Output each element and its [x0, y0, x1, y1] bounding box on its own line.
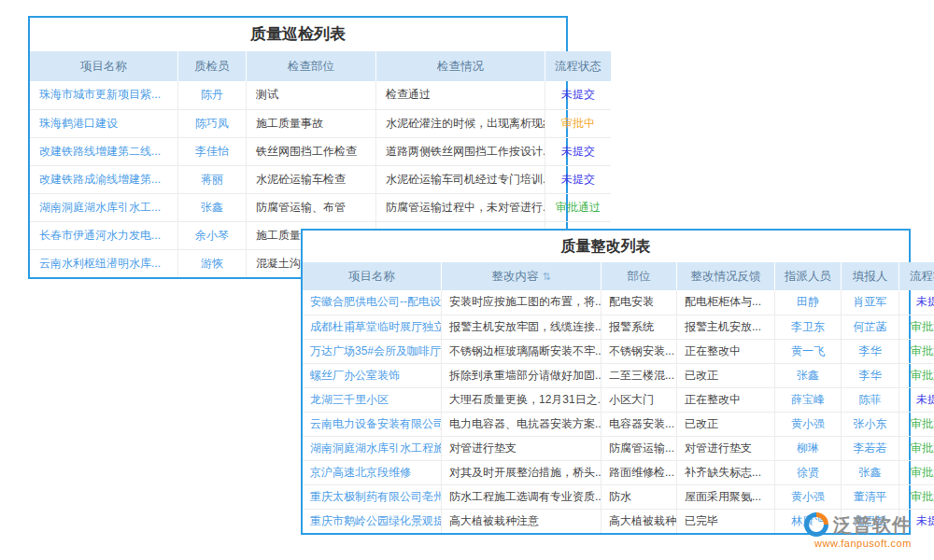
cell-project[interactable]: 成都杜甫草堂临时展厅独立展... — [303, 315, 442, 339]
cell-feedback: 已改正 — [677, 363, 775, 387]
cell-assignee[interactable]: 徐贤 — [775, 460, 842, 484]
rectification-table-title: 质量整改列表 — [303, 231, 909, 262]
cell-inspector[interactable]: 陈巧凤 — [178, 109, 247, 137]
column-header-inspector: 质检员 — [178, 51, 247, 81]
fanpu-watermark: 泛普软件 www.fanpusoft.com — [801, 510, 932, 549]
cell-part: 铁丝网围挡工作检查 — [247, 137, 376, 165]
quality-rectification-panel: 质量整改列表 项目名称整改内容⇅部位整改情况反馈指派人员填报人流程状态 安徽合肥… — [301, 229, 911, 535]
cell-project[interactable]: 螺丝厂办公室装饰 — [303, 363, 442, 387]
cell-content: 对管进行垫支 — [442, 436, 601, 460]
cell-feedback: 配电柜柜体与... — [677, 290, 775, 315]
cell-filler[interactable]: 李华 — [842, 363, 899, 387]
cell-assignee[interactable]: 李卫东 — [775, 315, 842, 339]
table-row: 湖南洞庭湖水库引水工程施工标对管进行垫支防腐管运输...对管进行垫支柳琳李若若审… — [303, 436, 934, 460]
cell-filler[interactable]: 董清平 — [842, 484, 899, 509]
cell-situation: 道路两侧铁丝网围挡工作按设计... — [376, 137, 545, 165]
cell-situation: 水泥砼运输车司机经过专门培训... — [376, 165, 545, 193]
cell-content: 电力电容器、电抗器安装方案... — [442, 412, 601, 436]
table-row: 珠海市城市更新项目紫...陈丹测试检查通过未提交 — [30, 81, 611, 109]
cell-part: 配电安装 — [601, 290, 677, 315]
cell-assignee[interactable]: 张鑫 — [775, 363, 842, 387]
cell-inspector[interactable]: 张鑫 — [178, 193, 247, 221]
table-row: 重庆太极制药有限公司亳州中...防水工程施工选调有专业资质...防水屋面采用聚氨… — [303, 484, 934, 509]
column-header-part: 部位 — [601, 262, 677, 290]
cell-status: 审批通过 — [899, 363, 934, 387]
cell-project[interactable]: 湖南洞庭湖水库引水工... — [30, 193, 178, 221]
cell-feedback: 正在整改中 — [677, 339, 775, 363]
table-row: 湖南洞庭湖水库引水工...张鑫防腐管运输、布管防腐管运输过程中，未对管进行...… — [30, 193, 611, 221]
cell-filler[interactable]: 李华 — [842, 339, 899, 363]
cell-part: 水泥砼运输车检查 — [247, 165, 376, 193]
cell-status: 未提交 — [899, 290, 934, 315]
cell-content: 大理石质量更换，12月31日之... — [442, 387, 601, 412]
cell-project[interactable]: 珠海市城市更新项目紫... — [30, 81, 178, 109]
cell-project[interactable]: 云南电力设备安装有限公司20... — [303, 412, 442, 436]
cell-filler[interactable]: 张鑫 — [842, 460, 899, 484]
cell-project[interactable]: 京沪高速北京段维修 — [303, 460, 442, 484]
cell-part: 报警系统 — [601, 315, 677, 339]
cell-status: 未提交 — [545, 165, 612, 193]
cell-project[interactable]: 湖南洞庭湖水库引水工程施工标 — [303, 436, 442, 460]
cell-inspector[interactable]: 游恢 — [178, 249, 247, 277]
cell-assignee[interactable]: 田静 — [775, 290, 842, 315]
cell-project[interactable]: 改建铁路成渝线增建第... — [30, 165, 178, 193]
cell-project[interactable]: 万达广场35#会所及咖啡厅空... — [303, 339, 442, 363]
table-row: 龙湖三千里小区大理石质量更换，12月31日之...小区大门正在整改中薛宝峰陈菲未… — [303, 387, 934, 412]
cell-project[interactable]: 安徽合肥供电公司--配电设备... — [303, 290, 442, 315]
cell-project[interactable]: 长春市伊通河水力发电... — [30, 221, 178, 249]
cell-filler[interactable]: 李若若 — [842, 436, 899, 460]
cell-content: 报警主机安放牢固，线缆连接... — [442, 315, 601, 339]
cell-part: 测试 — [247, 81, 376, 109]
cell-status: 审批通过 — [899, 315, 934, 339]
cell-assignee[interactable]: 黄一飞 — [775, 339, 842, 363]
cell-inspector[interactable]: 余小琴 — [178, 221, 247, 249]
table-row: 珠海鹤港口建设陈巧凤施工质量事故水泥砼灌注的时候，出现离析现象审批中 — [30, 109, 611, 137]
cell-project[interactable]: 改建铁路线增建第二线... — [30, 137, 178, 165]
cell-inspector[interactable]: 蒋丽 — [178, 165, 247, 193]
cell-situation: 防腐管运输过程中，未对管进行... — [376, 193, 545, 221]
cell-project[interactable]: 云南水利枢纽潜明水库... — [30, 249, 178, 277]
column-header-feedback: 整改情况反馈 — [677, 262, 775, 290]
cell-status: 审批通过 — [899, 412, 934, 436]
sort-icon[interactable]: ⇅ — [542, 271, 550, 282]
table-row: 螺丝厂办公室装饰拆除到承重墙部分请做好加固...二至三楼混...已改正张鑫李华审… — [303, 363, 934, 387]
cell-assignee[interactable]: 黄小强 — [775, 484, 842, 509]
cell-situation: 检查通过 — [376, 81, 545, 109]
brand-name: 泛普软件 — [833, 512, 912, 538]
cell-part: 不锈钢安装... — [601, 339, 677, 363]
rectification-header-row: 项目名称整改内容⇅部位整改情况反馈指派人员填报人流程状态 — [303, 262, 934, 290]
cell-project[interactable]: 龙湖三千里小区 — [303, 387, 442, 412]
cell-feedback: 屋面采用聚氨... — [677, 484, 775, 509]
cell-assignee[interactable]: 薛宝峰 — [775, 387, 842, 412]
cell-assignee[interactable]: 黄小强 — [775, 412, 842, 436]
cell-project[interactable]: 珠海鹤港口建设 — [30, 109, 178, 137]
table-row: 安徽合肥供电公司--配电设备...安装时应按施工图的布置，将...配电安装配电柜… — [303, 290, 934, 315]
cell-part: 电容器安装... — [601, 412, 677, 436]
column-header-part: 检查部位 — [247, 51, 376, 81]
cell-filler[interactable]: 何芷菡 — [842, 315, 899, 339]
table-row: 京沪高速北京段维修对其及时开展整治措施，桥头...路面维修检...补齐缺失标志.… — [303, 460, 934, 484]
fanpu-logo-icon — [801, 510, 831, 539]
cell-inspector[interactable]: 陈丹 — [178, 81, 247, 109]
column-header-filler: 填报人 — [842, 262, 899, 290]
cell-status: 审批通过 — [899, 339, 934, 363]
cell-part: 防水 — [601, 484, 677, 509]
cell-filler[interactable]: 张小东 — [842, 412, 899, 436]
table-row: 成都杜甫草堂临时展厅独立展...报警主机安放牢固，线缆连接...报警系统报警主机… — [303, 315, 934, 339]
quality-rectification-table: 项目名称整改内容⇅部位整改情况反馈指派人员填报人流程状态 安徽合肥供电公司--配… — [303, 262, 934, 533]
cell-feedback: 对管进行垫支 — [677, 436, 775, 460]
cell-content: 对其及时开展整治措施，桥头... — [442, 460, 601, 484]
cell-assignee[interactable]: 柳琳 — [775, 436, 842, 460]
cell-project[interactable]: 重庆太极制药有限公司亳州中... — [303, 484, 442, 509]
cell-feedback: 补齐缺失标志... — [677, 460, 775, 484]
cell-part: 防腐管运输... — [601, 436, 677, 460]
cell-inspector[interactable]: 李佳怡 — [178, 137, 247, 165]
cell-filler[interactable]: 陈菲 — [842, 387, 899, 412]
cell-part: 施工质量事故 — [247, 109, 376, 137]
cell-part: 高大植被栽种 — [601, 509, 677, 533]
column-header-content[interactable]: 整改内容⇅ — [442, 262, 601, 290]
inspection-table-title: 质量巡检列表 — [30, 18, 566, 51]
column-header-project: 项目名称 — [303, 262, 442, 290]
cell-project[interactable]: 重庆市鹅岭公园绿化景观提升... — [303, 509, 442, 533]
cell-filler[interactable]: 肖亚军 — [842, 290, 899, 315]
